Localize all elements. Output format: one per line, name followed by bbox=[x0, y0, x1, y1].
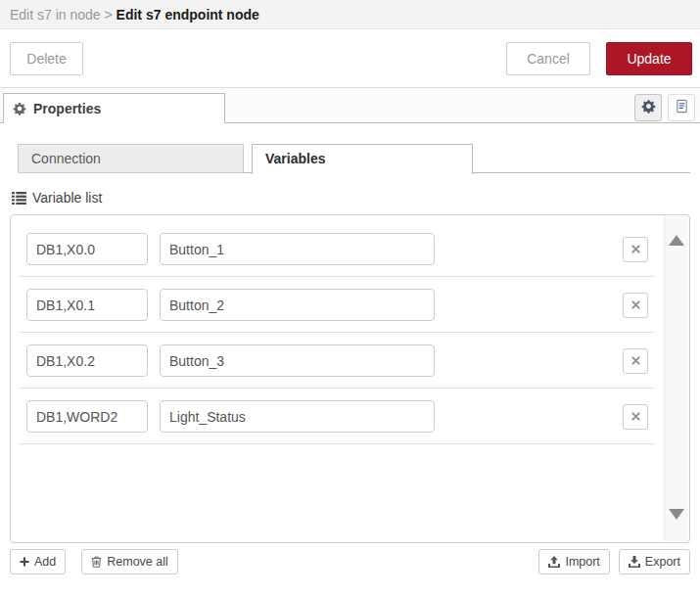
remove-all-button[interactable]: Remove all bbox=[81, 549, 178, 574]
x-icon bbox=[631, 353, 640, 368]
download-icon bbox=[629, 556, 640, 568]
x-icon bbox=[631, 298, 640, 312]
variable-list bbox=[10, 214, 690, 543]
tab-connection[interactable]: Connection bbox=[18, 144, 244, 173]
add-button-label: Add bbox=[34, 555, 56, 569]
export-button[interactable]: Export bbox=[619, 549, 690, 574]
variable-rows bbox=[11, 215, 663, 444]
variable-row bbox=[19, 277, 655, 333]
tab-properties[interactable]: Properties bbox=[3, 93, 225, 123]
remove-all-button-label: Remove all bbox=[107, 555, 168, 569]
variable-name-input[interactable] bbox=[160, 400, 435, 433]
variable-row bbox=[19, 218, 655, 277]
variable-name-input[interactable] bbox=[160, 233, 435, 265]
import-export-group: Import Export bbox=[538, 549, 690, 574]
variable-row bbox=[19, 333, 655, 389]
remove-row-button[interactable] bbox=[623, 348, 648, 374]
add-button[interactable]: Add bbox=[10, 549, 66, 574]
dialog-toolbar: Delete Cancel Update bbox=[0, 29, 700, 88]
form-tabs: Connection Variables bbox=[18, 144, 690, 173]
triangle-up-icon[interactable] bbox=[669, 235, 684, 246]
variable-row bbox=[19, 389, 655, 444]
variable-name-input[interactable] bbox=[160, 289, 435, 321]
variable-list-title: Variable list bbox=[12, 190, 700, 206]
import-button[interactable]: Import bbox=[538, 549, 609, 574]
trash-icon bbox=[91, 556, 102, 568]
breadcrumb: Edit s7 in node > Edit s7 endpoint node bbox=[0, 0, 700, 29]
tab-properties-label: Properties bbox=[33, 101, 101, 116]
editor-tabbar-buttons bbox=[634, 94, 695, 121]
tab-variables[interactable]: Variables bbox=[252, 144, 473, 174]
node-doc-button[interactable] bbox=[668, 94, 695, 121]
breadcrumb-parent[interactable]: Edit s7 in node bbox=[10, 7, 101, 23]
upload-icon bbox=[548, 556, 560, 568]
properties-gear-button[interactable] bbox=[634, 94, 662, 121]
gear-icon bbox=[641, 99, 656, 116]
update-button[interactable]: Update bbox=[606, 42, 692, 75]
breadcrumb-current: Edit s7 endpoint node bbox=[117, 7, 259, 23]
variable-address-input[interactable] bbox=[26, 233, 148, 265]
list-icon bbox=[12, 192, 26, 205]
export-button-label: Export bbox=[645, 555, 680, 569]
remove-row-button[interactable] bbox=[623, 404, 648, 430]
list-footer: Add Remove all Import Export bbox=[10, 549, 690, 574]
doc-icon bbox=[675, 99, 689, 116]
variable-address-input[interactable] bbox=[26, 344, 148, 377]
import-button-label: Import bbox=[565, 555, 599, 569]
variable-address-input[interactable] bbox=[26, 400, 148, 433]
delete-button[interactable]: Delete bbox=[10, 42, 83, 75]
x-icon bbox=[631, 242, 640, 256]
gear-icon bbox=[13, 102, 26, 115]
variable-list-title-label: Variable list bbox=[32, 190, 102, 206]
breadcrumb-separator: > bbox=[101, 7, 117, 23]
list-scrollbar[interactable] bbox=[664, 216, 688, 541]
variable-address-input[interactable] bbox=[26, 289, 148, 321]
cancel-button[interactable]: Cancel bbox=[506, 42, 590, 75]
remove-row-button[interactable] bbox=[623, 237, 648, 262]
plus-icon bbox=[20, 557, 29, 567]
remove-row-button[interactable] bbox=[623, 293, 648, 318]
x-icon bbox=[631, 409, 640, 424]
editor-tabbar: Properties bbox=[0, 88, 700, 123]
triangle-down-icon[interactable] bbox=[669, 509, 684, 520]
variable-name-input[interactable] bbox=[160, 344, 435, 377]
